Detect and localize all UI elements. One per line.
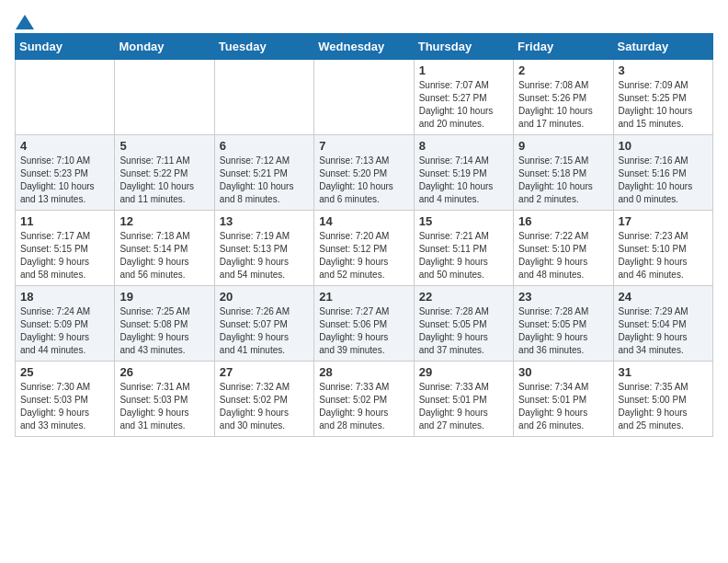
day-number: 10 [619, 139, 708, 153]
day-info: Sunrise: 7:33 AMSunset: 5:02 PMDaylight:… [319, 381, 408, 432]
day-info: Sunrise: 7:13 AMSunset: 5:20 PMDaylight:… [319, 155, 408, 206]
calendar-cell: 3Sunrise: 7:09 AMSunset: 5:25 PMDaylight… [613, 60, 712, 135]
calendar-cell: 18Sunrise: 7:24 AMSunset: 5:09 PMDayligh… [16, 286, 115, 362]
day-info: Sunrise: 7:21 AMSunset: 5:11 PMDaylight:… [419, 230, 508, 282]
calendar-week-1: 1Sunrise: 7:07 AMSunset: 5:27 PMDaylight… [16, 60, 713, 135]
day-number: 11 [20, 214, 109, 228]
calendar-cell: 4Sunrise: 7:10 AMSunset: 5:23 PMDaylight… [16, 135, 115, 211]
day-number: 1 [419, 63, 508, 77]
day-info: Sunrise: 7:09 AMSunset: 5:25 PMDaylight:… [619, 79, 708, 131]
day-info: Sunrise: 7:22 AMSunset: 5:10 PMDaylight:… [518, 230, 608, 282]
calendar-cell: 27Sunrise: 7:32 AMSunset: 5:02 PMDayligh… [214, 362, 313, 437]
calendar-cell: 7Sunrise: 7:13 AMSunset: 5:20 PMDaylight… [314, 135, 414, 211]
calendar-cell: 2Sunrise: 7:08 AMSunset: 5:26 PMDaylight… [514, 60, 613, 135]
day-number: 27 [220, 365, 309, 379]
day-info: Sunrise: 7:18 AMSunset: 5:14 PMDaylight:… [119, 230, 209, 282]
calendar-cell: 8Sunrise: 7:14 AMSunset: 5:19 PMDaylight… [414, 135, 513, 211]
calendar-cell: 30Sunrise: 7:34 AMSunset: 5:01 PMDayligh… [514, 362, 613, 437]
calendar-week-3: 11Sunrise: 7:17 AMSunset: 5:15 PMDayligh… [16, 211, 713, 286]
calendar-cell: 31Sunrise: 7:35 AMSunset: 5:00 PMDayligh… [613, 362, 712, 437]
calendar-cell: 23Sunrise: 7:28 AMSunset: 5:05 PMDayligh… [514, 286, 613, 362]
day-number: 28 [319, 365, 408, 379]
day-info: Sunrise: 7:16 AMSunset: 5:16 PMDaylight:… [619, 155, 708, 206]
day-number: 21 [319, 290, 408, 304]
calendar-cell: 14Sunrise: 7:20 AMSunset: 5:12 PMDayligh… [314, 211, 414, 286]
day-number: 23 [518, 290, 608, 304]
calendar-cell: 16Sunrise: 7:22 AMSunset: 5:10 PMDayligh… [514, 211, 613, 286]
day-info: Sunrise: 7:23 AMSunset: 5:10 PMDaylight:… [619, 230, 708, 282]
weekday-header-wednesday: Wednesday [314, 34, 414, 60]
day-number: 14 [319, 214, 408, 228]
calendar-cell: 17Sunrise: 7:23 AMSunset: 5:10 PMDayligh… [613, 211, 712, 286]
calendar-table: SundayMondayTuesdayWednesdayThursdayFrid… [15, 33, 713, 437]
calendar-cell: 1Sunrise: 7:07 AMSunset: 5:27 PMDaylight… [414, 60, 513, 135]
day-number: 12 [119, 214, 209, 228]
day-number: 15 [419, 214, 508, 228]
day-number: 17 [619, 214, 708, 228]
calendar-cell: 21Sunrise: 7:27 AMSunset: 5:06 PMDayligh… [314, 286, 414, 362]
calendar-cell: 10Sunrise: 7:16 AMSunset: 5:16 PMDayligh… [613, 135, 712, 211]
calendar-cell: 25Sunrise: 7:30 AMSunset: 5:03 PMDayligh… [16, 362, 115, 437]
calendar-cell: 13Sunrise: 7:19 AMSunset: 5:13 PMDayligh… [214, 211, 313, 286]
calendar-week-5: 25Sunrise: 7:30 AMSunset: 5:03 PMDayligh… [16, 362, 713, 437]
day-info: Sunrise: 7:25 AMSunset: 5:08 PMDaylight:… [119, 305, 209, 357]
page-header [15, 15, 713, 26]
day-info: Sunrise: 7:35 AMSunset: 5:00 PMDaylight:… [619, 381, 708, 432]
day-info: Sunrise: 7:17 AMSunset: 5:15 PMDaylight:… [20, 230, 109, 282]
day-info: Sunrise: 7:28 AMSunset: 5:05 PMDaylight:… [518, 305, 608, 357]
day-info: Sunrise: 7:34 AMSunset: 5:01 PMDaylight:… [518, 381, 608, 432]
day-info: Sunrise: 7:33 AMSunset: 5:01 PMDaylight:… [419, 381, 508, 432]
calendar-cell: 5Sunrise: 7:11 AMSunset: 5:22 PMDaylight… [115, 135, 214, 211]
day-info: Sunrise: 7:19 AMSunset: 5:13 PMDaylight:… [220, 230, 309, 282]
day-number: 2 [518, 63, 608, 77]
day-number: 8 [419, 139, 508, 153]
day-number: 24 [619, 290, 708, 304]
calendar-cell: 11Sunrise: 7:17 AMSunset: 5:15 PMDayligh… [16, 211, 115, 286]
weekday-header-friday: Friday [514, 34, 613, 60]
day-info: Sunrise: 7:10 AMSunset: 5:23 PMDaylight:… [20, 155, 109, 206]
calendar-cell: 24Sunrise: 7:29 AMSunset: 5:04 PMDayligh… [613, 286, 712, 362]
day-number: 5 [119, 139, 209, 153]
day-number: 3 [619, 63, 708, 77]
weekday-header-tuesday: Tuesday [214, 34, 313, 60]
calendar-cell: 20Sunrise: 7:26 AMSunset: 5:07 PMDayligh… [214, 286, 313, 362]
logo [15, 15, 35, 26]
svg-marker-0 [16, 15, 34, 29]
logo-icon [16, 15, 34, 29]
day-number: 30 [518, 365, 608, 379]
day-number: 25 [20, 365, 109, 379]
weekday-header-thursday: Thursday [414, 34, 513, 60]
day-info: Sunrise: 7:15 AMSunset: 5:18 PMDaylight:… [518, 155, 608, 206]
weekday-header-row: SundayMondayTuesdayWednesdayThursdayFrid… [16, 34, 713, 60]
day-info: Sunrise: 7:08 AMSunset: 5:26 PMDaylight:… [518, 79, 608, 131]
calendar-cell [214, 60, 313, 135]
day-number: 16 [518, 214, 608, 228]
calendar-cell [115, 60, 214, 135]
day-info: Sunrise: 7:29 AMSunset: 5:04 PMDaylight:… [619, 305, 708, 357]
calendar-week-2: 4Sunrise: 7:10 AMSunset: 5:23 PMDaylight… [16, 135, 713, 211]
calendar-cell: 26Sunrise: 7:31 AMSunset: 5:03 PMDayligh… [115, 362, 214, 437]
calendar-cell [314, 60, 414, 135]
day-info: Sunrise: 7:24 AMSunset: 5:09 PMDaylight:… [20, 305, 109, 357]
calendar-cell: 29Sunrise: 7:33 AMSunset: 5:01 PMDayligh… [414, 362, 513, 437]
calendar-cell: 15Sunrise: 7:21 AMSunset: 5:11 PMDayligh… [414, 211, 513, 286]
day-info: Sunrise: 7:14 AMSunset: 5:19 PMDaylight:… [419, 155, 508, 206]
calendar-cell: 6Sunrise: 7:12 AMSunset: 5:21 PMDaylight… [214, 135, 313, 211]
day-number: 19 [119, 290, 209, 304]
day-number: 26 [119, 365, 209, 379]
calendar-cell: 28Sunrise: 7:33 AMSunset: 5:02 PMDayligh… [314, 362, 414, 437]
day-info: Sunrise: 7:32 AMSunset: 5:02 PMDaylight:… [220, 381, 309, 432]
calendar-cell: 12Sunrise: 7:18 AMSunset: 5:14 PMDayligh… [115, 211, 214, 286]
day-info: Sunrise: 7:26 AMSunset: 5:07 PMDaylight:… [220, 305, 309, 357]
day-number: 9 [518, 139, 608, 153]
day-number: 20 [220, 290, 309, 304]
weekday-header-sunday: Sunday [16, 34, 115, 60]
weekday-header-monday: Monday [115, 34, 214, 60]
day-number: 4 [20, 139, 109, 153]
weekday-header-saturday: Saturday [613, 34, 712, 60]
day-info: Sunrise: 7:27 AMSunset: 5:06 PMDaylight:… [319, 305, 408, 357]
calendar-cell: 19Sunrise: 7:25 AMSunset: 5:08 PMDayligh… [115, 286, 214, 362]
day-info: Sunrise: 7:12 AMSunset: 5:21 PMDaylight:… [220, 155, 309, 206]
day-number: 18 [20, 290, 109, 304]
day-number: 13 [220, 214, 309, 228]
